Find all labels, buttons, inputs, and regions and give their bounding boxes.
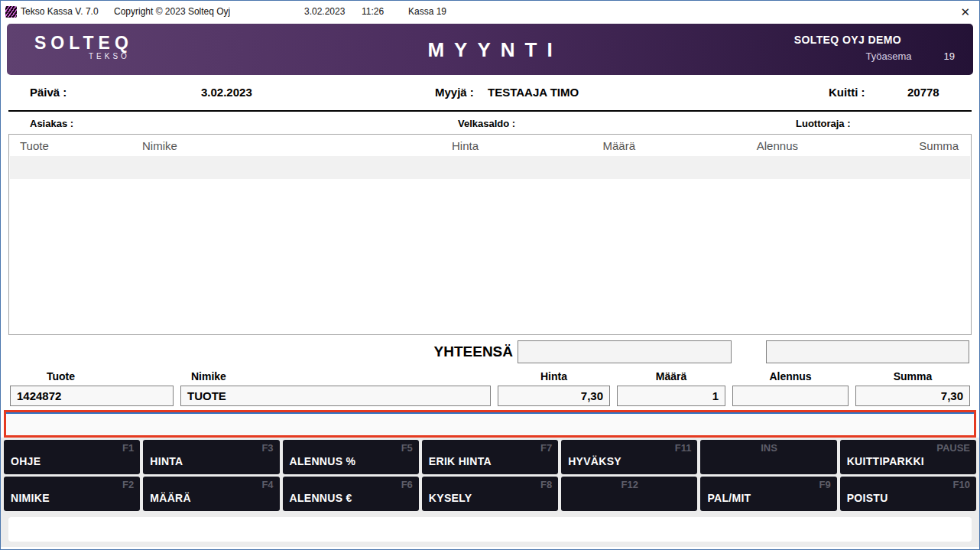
seller-value: TESTAAJA TIMO: [488, 86, 579, 99]
price-field[interactable]: 7,30: [498, 386, 610, 406]
table-header-row: Tuote Nimike Hinta Määrä Alennus Summa: [9, 135, 971, 156]
solteq-logo: SOLTEQ TEKSO: [34, 34, 133, 60]
secondary-amount-field: [766, 340, 969, 363]
entry-label-summa: Summa: [855, 370, 970, 386]
button-ins[interactable]: INS: [700, 440, 836, 474]
app-window: Tekso Kassa V. 7.0 Copyright © 2023 Solt…: [0, 0, 980, 550]
fkey-hint: F1: [11, 442, 134, 454]
date-label: Päivä :: [30, 86, 67, 99]
workstation-number: 19: [944, 50, 955, 62]
totals-row: YHTEENSÄ: [1, 335, 979, 366]
fkey-hint: F7: [429, 442, 552, 454]
entry-label-alennus: Alennus: [732, 370, 849, 386]
quantity-field[interactable]: 1: [617, 386, 725, 406]
button-alennus-prosentti[interactable]: F5 ALENNUS %: [283, 440, 419, 474]
titlebar-time: 11:26: [362, 6, 384, 17]
fkey-hint: F8: [429, 479, 552, 490]
window-title: Tekso Kassa V. 7.0: [21, 6, 99, 17]
entry-label-maara: Määrä: [617, 370, 725, 386]
fkey-hint: F11: [568, 442, 691, 454]
entry-label-nimike: Nimike: [180, 370, 491, 386]
entry-col-hinta: Hinta 7,30: [498, 370, 610, 406]
fkey-hint: F10: [847, 479, 970, 490]
function-keys-grid: F1 OHJE F3 HINTA F5 ALENNUS % F7 ERIK HI…: [4, 440, 976, 511]
sum-field[interactable]: 7,30: [855, 386, 970, 406]
customer-label: Asiakas :: [30, 118, 73, 129]
receipt-label: Kuitti :: [829, 86, 865, 99]
workstation-info: Työasema19: [794, 50, 955, 62]
entry-label-hinta: Hinta: [498, 370, 610, 386]
total-amount-field: [518, 340, 732, 363]
entry-col-nimike: Nimike TUOTE: [180, 370, 491, 406]
fkey-hint: F6: [290, 479, 413, 490]
fkey-hint: F9: [707, 479, 830, 490]
empty-row-highlight: [10, 156, 970, 179]
page-title: MYYNTI: [417, 37, 562, 61]
app-icon: [5, 6, 17, 18]
column-header-tuote: Tuote: [20, 139, 142, 152]
app-header: SOLTEQ TEKSO MYYNTI SOLTEQ OYJ DEMO Työa…: [7, 24, 973, 75]
close-icon[interactable]: ✕: [960, 6, 970, 18]
entry-col-maara: Määrä 1: [617, 370, 725, 406]
entry-col-alennus: Alennus: [732, 370, 849, 406]
fkey-hint: F4: [150, 479, 273, 490]
logo-primary-text: SOLTEQ: [34, 34, 133, 52]
entry-col-tuote: Tuote 1424872: [10, 370, 174, 406]
button-hyvaksy[interactable]: F11 HYVÄKSY: [561, 440, 697, 474]
table-body: [9, 179, 971, 334]
seller-label: Myyjä :: [435, 86, 474, 99]
title-bar: Tekso Kassa V. 7.0 Copyright © 2023 Solt…: [1, 1, 979, 22]
column-header-alennus: Alennus: [635, 139, 798, 152]
date-value: 3.02.2023: [201, 86, 252, 99]
product-name-field[interactable]: TUOTE: [180, 386, 491, 406]
receipt-number: 20778: [907, 86, 939, 99]
titlebar-register: Kassa 19: [408, 6, 446, 17]
command-input[interactable]: [6, 412, 974, 435]
entry-label-tuote: Tuote: [10, 370, 174, 386]
fkey-hint: F12: [568, 479, 691, 490]
customer-info-row: Asiakas : Velkasaldo : Luottoraja :: [1, 112, 979, 134]
fkey-hint: INS: [707, 442, 830, 454]
entry-col-summa: Summa 7,30: [855, 370, 970, 406]
debt-balance-label: Velkasaldo :: [458, 118, 515, 129]
fkey-hint: F2: [11, 479, 134, 490]
button-ohje[interactable]: F1 OHJE: [4, 440, 140, 474]
status-bar: [8, 517, 972, 542]
company-name: SOLTEQ OYJ DEMO: [794, 34, 901, 46]
copyright-text: Copyright © 2023 Solteq Oyj: [114, 6, 230, 17]
button-nimike[interactable]: F2 NIMIKE: [4, 477, 140, 511]
fkey-hint: PAUSE: [847, 442, 970, 454]
titlebar-date: 3.02.2023: [304, 6, 345, 17]
discount-field[interactable]: [732, 386, 849, 406]
button-hinta[interactable]: F3 HINTA: [143, 440, 279, 474]
fkey-hint: F3: [150, 442, 273, 454]
button-pal-mit[interactable]: F9 PAL/MIT: [700, 477, 836, 511]
entry-fields-row: Tuote 1424872 Nimike TUOTE Hinta 7,30 Mä…: [1, 366, 979, 406]
button-kysely[interactable]: F8 KYSELY: [422, 477, 558, 511]
column-header-nimike: Nimike: [142, 139, 394, 152]
product-code-field[interactable]: 1424872: [10, 386, 174, 406]
workstation-label: Työasema: [866, 50, 912, 62]
fkey-hint: F5: [290, 442, 413, 454]
button-erik-hinta[interactable]: F7 ERIK HINTA: [422, 440, 558, 474]
button-f12[interactable]: F12: [561, 477, 697, 511]
sale-info-row: Päivä : 3.02.2023 Myyjä : TESTAAJA TIMO …: [1, 75, 979, 110]
button-alennus-euro[interactable]: F6 ALENNUS €: [283, 477, 419, 511]
button-poistu[interactable]: F10 POISTU: [840, 477, 976, 511]
header-right-block: SOLTEQ OYJ DEMO Työasema19: [794, 34, 955, 62]
button-kuittiparkki[interactable]: PAUSE KUITTIPARKKI: [840, 440, 976, 474]
button-maara[interactable]: F4 MÄÄRÄ: [143, 477, 279, 511]
line-items-table: Tuote Nimike Hinta Määrä Alennus Summa: [8, 134, 972, 335]
total-label: YHTEENSÄ: [434, 343, 513, 360]
function-keys-section: F1 OHJE F3 HINTA F5 ALENNUS % F7 ERIK HI…: [1, 438, 979, 547]
column-header-summa: Summa: [798, 139, 959, 152]
command-input-focus-frame: [4, 410, 976, 438]
column-header-hinta: Hinta: [394, 139, 479, 152]
credit-limit-label: Luottoraja :: [796, 118, 851, 129]
column-header-maara: Määrä: [479, 139, 635, 152]
logo-secondary-text: TEKSO: [34, 52, 133, 60]
